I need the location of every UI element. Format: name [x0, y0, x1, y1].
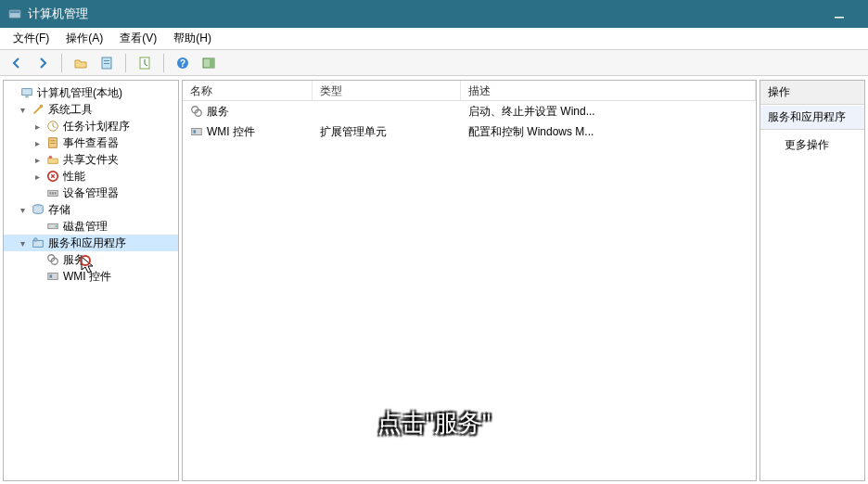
tree-label: 性能	[63, 169, 85, 185]
tree-label: 系统工具	[48, 102, 93, 118]
show-hide-button[interactable]	[198, 53, 220, 73]
cell-desc: 启动、终止并设置 Wind...	[461, 104, 756, 120]
spacer	[32, 187, 43, 198]
tree-item-shared-folders[interactable]: ▸ 共享文件夹	[4, 151, 178, 168]
content-body: 计算机管理(本地) ▾ 系统工具 ▸ 任务计划程序 ▸ 事件查看器 ▸ 共享文件…	[0, 76, 868, 484]
svg-rect-27	[33, 240, 44, 247]
menu-action[interactable]: 操作(A)	[58, 28, 110, 49]
help-button[interactable]: ?	[172, 53, 194, 73]
svg-rect-35	[192, 129, 202, 135]
svg-rect-23	[55, 192, 57, 195]
svg-point-26	[56, 225, 57, 227]
svg-rect-16	[50, 140, 55, 141]
svg-point-18	[49, 156, 53, 159]
svg-rect-11	[22, 89, 32, 96]
chevron-right-icon[interactable]: ▸	[32, 137, 43, 148]
toolbar: ?	[0, 50, 868, 76]
titlebar: 计算机管理	[0, 0, 868, 28]
tree-group-services-apps[interactable]: ▾ 服务和应用程序	[4, 235, 178, 251]
chevron-right-icon[interactable]: ▸	[32, 171, 43, 182]
app-icon	[7, 6, 22, 21]
share-icon	[45, 152, 60, 167]
tree-label: 服务	[63, 252, 85, 268]
tools-icon	[31, 102, 45, 117]
service-icon	[190, 105, 203, 118]
svg-text:?: ?	[180, 58, 185, 69]
tree-root[interactable]: 计算机管理(本地)	[4, 84, 178, 101]
svg-point-13	[40, 105, 44, 108]
tree-label: 磁盘管理	[63, 219, 108, 235]
spacer	[32, 221, 43, 232]
menu-view[interactable]: 查看(V)	[112, 28, 164, 49]
folder-up-button[interactable]	[70, 53, 92, 73]
clock-icon	[45, 119, 60, 134]
properties-button[interactable]	[96, 53, 118, 73]
list-row-wmi[interactable]: WMI 控件 扩展管理单元 配置和控制 Windows M...	[183, 121, 756, 142]
column-name[interactable]: 名称	[183, 81, 313, 100]
tree-item-event-viewer[interactable]: ▸ 事件查看器	[4, 134, 178, 151]
service-icon	[45, 252, 60, 267]
tree-item-performance[interactable]: ▸ 性能	[4, 168, 178, 185]
actions-pane: 操作 服务和应用程序 更多操作	[760, 80, 865, 481]
tree-item-disk-management[interactable]: 磁盘管理	[4, 218, 178, 235]
services-app-icon	[31, 236, 45, 250]
svg-rect-21	[50, 192, 52, 195]
toolbar-sep	[61, 54, 62, 72]
tree-pane[interactable]: 计算机管理(本地) ▾ 系统工具 ▸ 任务计划程序 ▸ 事件查看器 ▸ 共享文件…	[3, 80, 179, 481]
chevron-down-icon[interactable]: ▾	[17, 204, 28, 215]
svg-rect-5	[104, 63, 109, 64]
refresh-button[interactable]	[134, 53, 156, 73]
spacer	[32, 254, 43, 265]
tree-group-system-tools[interactable]: ▾ 系统工具	[4, 101, 178, 118]
chevron-down-icon[interactable]	[6, 87, 17, 98]
tree-label: 共享文件夹	[63, 152, 119, 168]
back-button[interactable]	[6, 53, 28, 73]
wmi-icon	[190, 125, 203, 138]
spacer	[32, 271, 43, 282]
actions-header: 操作	[760, 81, 864, 105]
minimize-button[interactable]	[818, 0, 861, 28]
device-icon	[45, 185, 60, 200]
cell-name: 服务	[207, 104, 229, 120]
menu-file[interactable]: 文件(F)	[6, 28, 57, 49]
tree-item-device-manager[interactable]: 设备管理器	[4, 185, 178, 201]
tree-item-services[interactable]: 服务	[4, 251, 178, 268]
perf-icon	[45, 169, 60, 184]
menubar: 文件(F) 操作(A) 查看(V) 帮助(H)	[0, 28, 868, 50]
list-header: 名称 类型 描述	[183, 81, 756, 101]
chevron-right-icon[interactable]: ▸	[32, 121, 43, 132]
actions-more[interactable]: 更多操作	[760, 130, 864, 160]
list-row-services[interactable]: 服务 启动、终止并设置 Wind...	[183, 101, 756, 121]
svg-rect-1	[10, 11, 20, 14]
list-body[interactable]: 服务 启动、终止并设置 Wind... WMI 控件 扩展管理单元 配置和控制 …	[183, 101, 756, 480]
svg-rect-31	[48, 274, 58, 280]
menu-help[interactable]: 帮助(H)	[166, 28, 219, 49]
list-pane: 名称 类型 描述 服务 启动、终止并设置 Wind... WMI 控件 扩展管理…	[182, 80, 757, 481]
tree-group-storage[interactable]: ▾ 存储	[4, 201, 178, 218]
column-desc[interactable]: 描述	[461, 81, 756, 100]
column-type[interactable]: 类型	[313, 81, 461, 100]
wmi-icon	[45, 269, 60, 284]
svg-point-28	[34, 238, 38, 242]
forward-button[interactable]	[32, 53, 54, 73]
tree-label: 存储	[48, 202, 70, 218]
tree-item-wmi[interactable]: WMI 控件	[4, 268, 178, 285]
cell-name: WMI 控件	[207, 124, 255, 140]
svg-rect-10	[210, 58, 214, 68]
svg-rect-2	[835, 17, 844, 19]
tree-label: 事件查看器	[63, 135, 119, 151]
window-title: 计算机管理	[28, 6, 818, 22]
svg-rect-12	[25, 96, 29, 98]
tree-label: 服务和应用程序	[48, 236, 126, 251]
tree-label: 设备管理器	[63, 185, 119, 201]
tree-root-label: 计算机管理(本地)	[37, 85, 122, 101]
tree-item-task-scheduler[interactable]: ▸ 任务计划程序	[4, 118, 178, 134]
svg-rect-32	[50, 274, 53, 278]
toolbar-sep	[125, 54, 126, 72]
disk-icon	[45, 219, 60, 234]
chevron-down-icon[interactable]: ▾	[17, 237, 28, 248]
event-icon	[45, 135, 60, 150]
svg-rect-22	[52, 192, 54, 195]
chevron-right-icon[interactable]: ▸	[32, 154, 43, 165]
chevron-down-icon[interactable]: ▾	[17, 104, 28, 115]
